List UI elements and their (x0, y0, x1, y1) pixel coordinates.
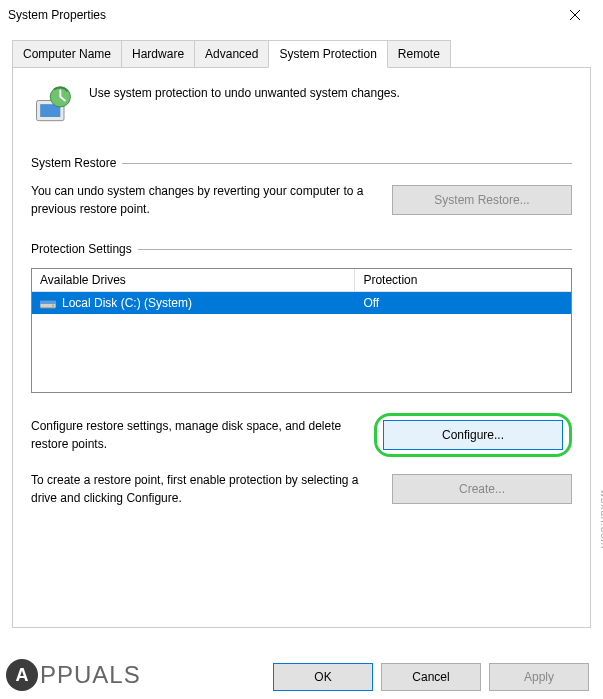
protection-settings-legend: Protection Settings (31, 242, 138, 256)
system-protection-icon (31, 84, 75, 128)
intro-text: Use system protection to undo unwanted s… (89, 84, 400, 100)
column-protection[interactable]: Protection (355, 269, 571, 291)
protection-settings-section: Protection Settings Available Drives Pro… (31, 242, 572, 507)
svg-rect-4 (40, 301, 56, 304)
ok-button[interactable]: OK (273, 663, 373, 691)
tab-hardware[interactable]: Hardware (121, 40, 195, 67)
system-protection-panel: Use system protection to undo unwanted s… (12, 68, 591, 628)
svg-point-5 (52, 305, 54, 307)
tab-computer-name[interactable]: Computer Name (12, 40, 122, 67)
system-restore-button: System Restore... (392, 185, 572, 215)
window-title: System Properties (8, 8, 555, 22)
system-restore-section: System Restore You can undo system chang… (31, 156, 572, 218)
system-restore-desc: You can undo system changes by reverting… (31, 182, 378, 218)
drive-name: Local Disk (C:) (System) (62, 296, 192, 310)
configure-button[interactable]: Configure... (383, 420, 563, 450)
divider (138, 249, 572, 250)
cancel-button[interactable]: Cancel (381, 663, 481, 691)
system-restore-legend: System Restore (31, 156, 122, 170)
logo-a-icon: A (6, 659, 38, 691)
apply-button: Apply (489, 663, 589, 691)
column-available-drives[interactable]: Available Drives (32, 269, 355, 291)
highlight-annotation: Configure... (374, 413, 572, 457)
drives-table-header: Available Drives Protection (32, 269, 571, 292)
drives-table: Available Drives Protection Local Disk (… (31, 268, 572, 393)
logo-text: PPUALS (40, 661, 141, 689)
create-button: Create... (392, 474, 572, 504)
create-desc: To create a restore point, first enable … (31, 471, 378, 507)
drive-protection-status: Off (355, 292, 571, 314)
close-icon (569, 9, 581, 21)
tab-advanced[interactable]: Advanced (194, 40, 269, 67)
titlebar: System Properties (0, 0, 603, 30)
dialog-button-bar: A PPUALS OK Cancel Apply (0, 659, 603, 691)
tab-bar: Computer Name Hardware Advanced System P… (12, 40, 591, 68)
tab-remote[interactable]: Remote (387, 40, 451, 67)
close-button[interactable] (555, 1, 595, 29)
drives-table-body[interactable]: Local Disk (C:) (System) Off (32, 292, 571, 392)
divider (122, 163, 572, 164)
branding-logo: A PPUALS (4, 659, 265, 691)
configure-desc: Configure restore settings, manage disk … (31, 417, 360, 453)
tab-system-protection[interactable]: System Protection (268, 40, 387, 68)
drive-icon (40, 297, 56, 309)
watermark-text: wsxdn.com (599, 489, 603, 549)
table-row[interactable]: Local Disk (C:) (System) Off (32, 292, 571, 314)
